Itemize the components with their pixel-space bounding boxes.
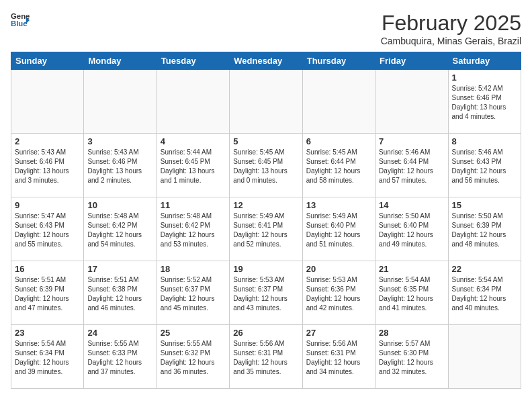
day-number: 7 <box>379 136 444 146</box>
day-number: 14 <box>379 200 444 210</box>
day-info: Sunrise: 5:57 AM Sunset: 6:30 PM Dayligh… <box>379 339 444 377</box>
svg-text:Blue: Blue <box>11 19 28 28</box>
calendar-day-cell: 21Sunrise: 5:54 AM Sunset: 6:35 PM Dayli… <box>375 261 448 325</box>
day-info: Sunrise: 5:49 AM Sunset: 6:40 PM Dayligh… <box>306 212 371 249</box>
day-number: 24 <box>87 328 152 338</box>
logo-icon: General Blue <box>11 11 30 30</box>
day-number: 8 <box>452 136 517 146</box>
day-number: 15 <box>452 200 517 210</box>
day-of-week-header: Saturday <box>448 52 521 70</box>
day-number: 22 <box>452 264 517 274</box>
calendar-day-cell: 15Sunrise: 5:50 AM Sunset: 6:39 PM Dayli… <box>448 197 521 261</box>
calendar-day-cell: 27Sunrise: 5:56 AM Sunset: 6:31 PM Dayli… <box>302 325 375 389</box>
day-number: 13 <box>306 200 371 210</box>
day-info: Sunrise: 5:53 AM Sunset: 6:36 PM Dayligh… <box>306 275 371 313</box>
calendar-week-row: 1Sunrise: 5:42 AM Sunset: 6:46 PM Daylig… <box>11 70 521 134</box>
calendar-day-cell <box>302 70 375 134</box>
day-info: Sunrise: 5:55 AM Sunset: 6:32 PM Dayligh… <box>161 339 226 377</box>
calendar-day-cell: 4Sunrise: 5:44 AM Sunset: 6:45 PM Daylig… <box>157 134 229 197</box>
day-info: Sunrise: 5:56 AM Sunset: 6:31 PM Dayligh… <box>233 339 298 377</box>
day-number: 25 <box>161 328 226 338</box>
calendar-day-cell <box>230 70 302 134</box>
day-info: Sunrise: 5:50 AM Sunset: 6:39 PM Dayligh… <box>452 212 517 249</box>
calendar-day-cell: 5Sunrise: 5:45 AM Sunset: 6:45 PM Daylig… <box>230 134 302 197</box>
day-number: 3 <box>87 136 152 146</box>
calendar-day-cell <box>11 70 84 134</box>
day-number: 6 <box>306 136 371 146</box>
day-of-week-header: Sunday <box>11 52 84 70</box>
day-number: 1 <box>452 73 517 83</box>
calendar-day-cell: 26Sunrise: 5:56 AM Sunset: 6:31 PM Dayli… <box>230 325 302 389</box>
calendar-day-cell: 7Sunrise: 5:46 AM Sunset: 6:44 PM Daylig… <box>375 134 448 197</box>
day-number: 17 <box>87 264 152 274</box>
day-info: Sunrise: 5:51 AM Sunset: 6:39 PM Dayligh… <box>15 275 80 313</box>
day-number: 5 <box>233 136 298 146</box>
day-info: Sunrise: 5:52 AM Sunset: 6:37 PM Dayligh… <box>161 275 226 313</box>
calendar-day-cell: 8Sunrise: 5:46 AM Sunset: 6:43 PM Daylig… <box>448 134 521 197</box>
day-number: 28 <box>379 328 444 338</box>
calendar-week-row: 16Sunrise: 5:51 AM Sunset: 6:39 PM Dayli… <box>11 261 521 325</box>
day-info: Sunrise: 5:56 AM Sunset: 6:31 PM Dayligh… <box>306 339 371 377</box>
day-number: 23 <box>15 328 80 338</box>
calendar-day-cell: 19Sunrise: 5:53 AM Sunset: 6:37 PM Dayli… <box>230 261 302 325</box>
day-number: 9 <box>15 200 80 210</box>
day-info: Sunrise: 5:47 AM Sunset: 6:43 PM Dayligh… <box>15 212 80 249</box>
calendar-header-row: SundayMondayTuesdayWednesdayThursdayFrid… <box>11 52 521 70</box>
day-number: 12 <box>233 200 298 210</box>
calendar-week-row: 23Sunrise: 5:54 AM Sunset: 6:34 PM Dayli… <box>11 325 521 389</box>
calendar-day-cell <box>375 70 448 134</box>
day-of-week-header: Wednesday <box>230 52 302 70</box>
day-number: 18 <box>161 264 226 274</box>
day-info: Sunrise: 5:49 AM Sunset: 6:41 PM Dayligh… <box>233 212 298 249</box>
calendar-week-row: 2Sunrise: 5:43 AM Sunset: 6:46 PM Daylig… <box>11 134 521 197</box>
day-info: Sunrise: 5:53 AM Sunset: 6:37 PM Dayligh… <box>233 275 298 313</box>
calendar-day-cell: 10Sunrise: 5:48 AM Sunset: 6:42 PM Dayli… <box>84 197 157 261</box>
calendar-table: SundayMondayTuesdayWednesdayThursdayFrid… <box>11 52 521 389</box>
day-of-week-header: Tuesday <box>157 52 229 70</box>
day-of-week-header: Friday <box>375 52 448 70</box>
day-info: Sunrise: 5:55 AM Sunset: 6:33 PM Dayligh… <box>87 339 152 377</box>
day-number: 21 <box>379 264 444 274</box>
calendar-day-cell: 11Sunrise: 5:48 AM Sunset: 6:42 PM Dayli… <box>157 197 229 261</box>
calendar-day-cell: 16Sunrise: 5:51 AM Sunset: 6:39 PM Dayli… <box>11 261 84 325</box>
day-info: Sunrise: 5:48 AM Sunset: 6:42 PM Dayligh… <box>161 212 226 249</box>
day-info: Sunrise: 5:46 AM Sunset: 6:44 PM Dayligh… <box>379 148 444 185</box>
day-info: Sunrise: 5:45 AM Sunset: 6:45 PM Dayligh… <box>233 148 298 185</box>
page-header: General Blue February 2025 Cambuquira, M… <box>11 11 521 46</box>
calendar-day-cell: 17Sunrise: 5:51 AM Sunset: 6:38 PM Dayli… <box>84 261 157 325</box>
logo: General Blue <box>11 11 30 30</box>
title-block: February 2025 Cambuquira, Minas Gerais, … <box>381 11 521 46</box>
calendar-day-cell: 9Sunrise: 5:47 AM Sunset: 6:43 PM Daylig… <box>11 197 84 261</box>
day-number: 2 <box>15 136 80 146</box>
day-info: Sunrise: 5:43 AM Sunset: 6:46 PM Dayligh… <box>15 148 80 185</box>
day-number: 4 <box>161 136 226 146</box>
day-number: 27 <box>306 328 371 338</box>
calendar-day-cell: 14Sunrise: 5:50 AM Sunset: 6:40 PM Dayli… <box>375 197 448 261</box>
calendar-day-cell: 20Sunrise: 5:53 AM Sunset: 6:36 PM Dayli… <box>302 261 375 325</box>
calendar-day-cell <box>157 70 229 134</box>
calendar-day-cell: 25Sunrise: 5:55 AM Sunset: 6:32 PM Dayli… <box>157 325 229 389</box>
day-number: 16 <box>15 264 80 274</box>
day-number: 26 <box>233 328 298 338</box>
calendar-day-cell: 13Sunrise: 5:49 AM Sunset: 6:40 PM Dayli… <box>302 197 375 261</box>
day-number: 10 <box>87 200 152 210</box>
calendar-day-cell: 12Sunrise: 5:49 AM Sunset: 6:41 PM Dayli… <box>230 197 302 261</box>
day-info: Sunrise: 5:50 AM Sunset: 6:40 PM Dayligh… <box>379 212 444 249</box>
calendar-day-cell: 24Sunrise: 5:55 AM Sunset: 6:33 PM Dayli… <box>84 325 157 389</box>
day-info: Sunrise: 5:54 AM Sunset: 6:35 PM Dayligh… <box>379 275 444 313</box>
day-info: Sunrise: 5:54 AM Sunset: 6:34 PM Dayligh… <box>452 275 517 313</box>
day-info: Sunrise: 5:54 AM Sunset: 6:34 PM Dayligh… <box>15 339 80 377</box>
calendar-day-cell: 6Sunrise: 5:45 AM Sunset: 6:44 PM Daylig… <box>302 134 375 197</box>
day-info: Sunrise: 5:44 AM Sunset: 6:45 PM Dayligh… <box>161 148 226 185</box>
calendar-day-cell: 28Sunrise: 5:57 AM Sunset: 6:30 PM Dayli… <box>375 325 448 389</box>
calendar-day-cell: 22Sunrise: 5:54 AM Sunset: 6:34 PM Dayli… <box>448 261 521 325</box>
day-number: 19 <box>233 264 298 274</box>
calendar-day-cell: 1Sunrise: 5:42 AM Sunset: 6:46 PM Daylig… <box>448 70 521 134</box>
day-number: 11 <box>161 200 226 210</box>
day-info: Sunrise: 5:45 AM Sunset: 6:44 PM Dayligh… <box>306 148 371 185</box>
month-year-title: February 2025 <box>381 11 521 36</box>
day-of-week-header: Thursday <box>302 52 375 70</box>
calendar-day-cell: 2Sunrise: 5:43 AM Sunset: 6:46 PM Daylig… <box>11 134 84 197</box>
location-subtitle: Cambuquira, Minas Gerais, Brazil <box>381 36 521 46</box>
calendar-day-cell: 23Sunrise: 5:54 AM Sunset: 6:34 PM Dayli… <box>11 325 84 389</box>
